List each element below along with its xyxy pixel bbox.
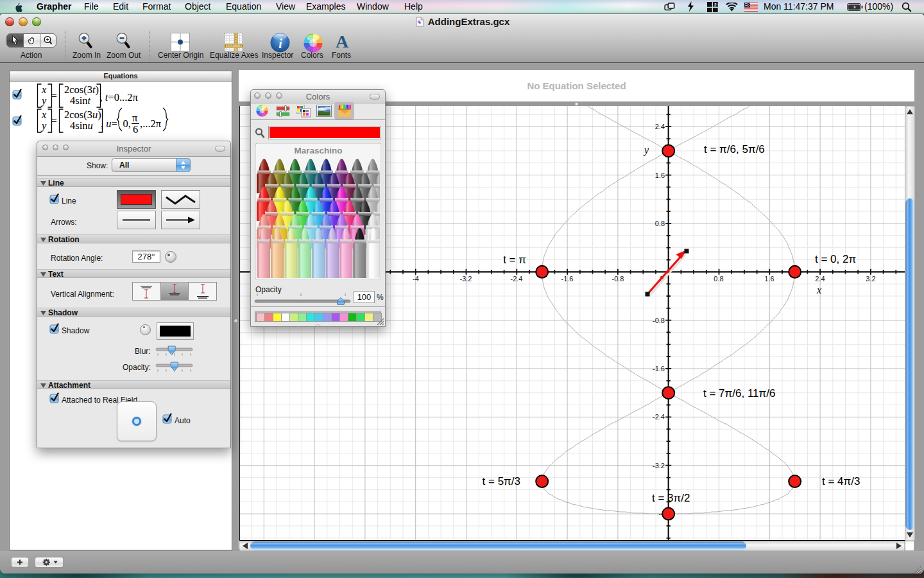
svg-text:-3.2: -3.2 xyxy=(653,462,665,469)
svg-text:π: π xyxy=(132,112,138,124)
svg-text:y: y xyxy=(40,94,47,107)
svg-text:=: = xyxy=(51,115,57,127)
svg-text:t = 7π/6, 11π/6: t = 7π/6, 11π/6 xyxy=(703,387,775,399)
svg-text:i: i xyxy=(278,37,282,51)
svg-text:2.4: 2.4 xyxy=(655,123,665,130)
svg-text:-3.2: -3.2 xyxy=(460,275,472,283)
svg-text:0,: 0, xyxy=(123,118,131,130)
svg-text:, t=0...2π: , t=0...2π xyxy=(100,91,139,103)
svg-text:t = π/6, 5π/6: t = π/6, 5π/6 xyxy=(704,143,765,155)
svg-text:-0.8: -0.8 xyxy=(653,317,665,324)
svg-text:t = π: t = π xyxy=(503,254,526,266)
svg-text:-4: -4 xyxy=(413,275,419,283)
svg-text:t = 3π/2: t = 3π/2 xyxy=(652,492,690,504)
svg-text:-0.8: -0.8 xyxy=(612,275,624,283)
svg-text:y: y xyxy=(643,144,649,156)
svg-text:4sinu: 4sinu xyxy=(70,119,93,132)
svg-text:,...2π: ,...2π xyxy=(140,118,162,130)
svg-text:0.8: 0.8 xyxy=(655,220,665,227)
svg-text:0.8: 0.8 xyxy=(714,275,723,283)
svg-text:4sint: 4sint xyxy=(70,94,91,107)
svg-text:y: y xyxy=(40,119,47,132)
svg-text:t = 0, 2π: t = 0, 2π xyxy=(815,253,856,265)
svg-text:=: = xyxy=(51,90,57,102)
svg-text:-2.4: -2.4 xyxy=(653,413,665,421)
svg-text:-2.4: -2.4 xyxy=(511,275,523,283)
svg-text:t = 4π/3: t = 4π/3 xyxy=(822,475,860,487)
svg-text:-1.6: -1.6 xyxy=(653,365,665,372)
svg-text:-1.6: -1.6 xyxy=(561,275,574,283)
svg-text:x: x xyxy=(816,285,821,295)
svg-text:1.6: 1.6 xyxy=(655,171,665,179)
svg-text:t = 5π/3: t = 5π/3 xyxy=(483,475,520,487)
svg-text:2: 2 xyxy=(714,2,717,8)
svg-text:1.6: 1.6 xyxy=(764,275,774,283)
svg-text:2.4: 2.4 xyxy=(815,275,825,283)
svg-text:3.2: 3.2 xyxy=(866,275,875,283)
svg-text:, u=: , u= xyxy=(101,118,117,130)
svg-text:Maraschino: Maraschino xyxy=(294,146,342,155)
svg-text:All: All xyxy=(119,161,129,170)
svg-text:6: 6 xyxy=(133,123,138,136)
